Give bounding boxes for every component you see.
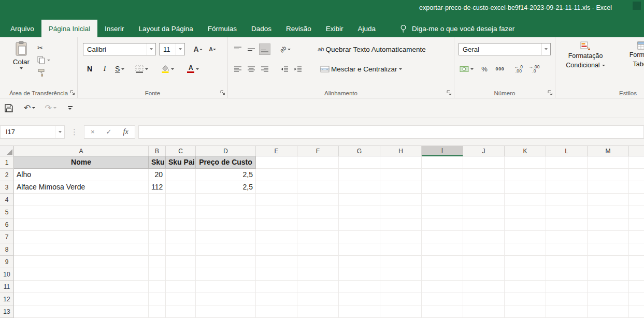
cell-M9[interactable] <box>588 256 629 268</box>
enter-button[interactable]: ✓ <box>106 128 112 136</box>
tell-me-box[interactable]: Diga-me o que você deseja fazer <box>399 20 514 37</box>
cell-M11[interactable] <box>588 281 629 293</box>
cell-E7[interactable] <box>256 231 297 243</box>
formula-input[interactable] <box>138 125 644 139</box>
cell-B13[interactable] <box>149 305 166 318</box>
column-header-J[interactable]: J <box>463 146 505 156</box>
cell-K7[interactable] <box>505 231 546 243</box>
formula-bar-separator-dots[interactable]: ⋮ <box>70 127 78 137</box>
accounting-format-button[interactable] <box>459 63 475 75</box>
cell-E5[interactable] <box>256 206 297 218</box>
cell-L9[interactable] <box>546 256 588 268</box>
cell-M5[interactable] <box>588 206 629 218</box>
insert-function-button[interactable]: fx <box>123 128 128 136</box>
cell-L11[interactable] <box>546 281 588 293</box>
cell-E6[interactable] <box>256 218 297 231</box>
row-header-12[interactable]: 12 <box>0 293 14 305</box>
cell-C1[interactable]: Sku Pai <box>166 156 196 169</box>
cell-H12[interactable] <box>380 293 422 305</box>
column-header-L[interactable]: L <box>546 146 588 156</box>
cell-M3[interactable] <box>588 181 629 194</box>
align-right-button[interactable] <box>259 63 270 75</box>
cell-J2[interactable] <box>463 169 505 181</box>
column-header-E[interactable]: E <box>256 146 297 156</box>
cell-K3[interactable] <box>505 181 546 194</box>
tab-p-gina-inicial[interactable]: Página Inicial <box>41 20 97 37</box>
cell-D8[interactable] <box>196 243 256 256</box>
cell-M1[interactable] <box>588 156 629 169</box>
cell-M10[interactable] <box>588 268 629 281</box>
cell-E3[interactable] <box>256 181 297 194</box>
cell-B5[interactable] <box>149 206 166 218</box>
row-header-9[interactable]: 9 <box>0 256 14 268</box>
cell-A1[interactable]: Nome <box>14 156 149 169</box>
cell-H1[interactable] <box>380 156 422 169</box>
cell-C5[interactable] <box>166 206 196 218</box>
row-header-13[interactable]: 13 <box>0 305 14 318</box>
cell-F10[interactable] <box>297 268 339 281</box>
cell-L4[interactable] <box>546 194 588 206</box>
paste-button[interactable]: Colar <box>6 41 36 69</box>
cell-D10[interactable] <box>196 268 256 281</box>
cell-I8[interactable] <box>422 243 463 256</box>
cell-J7[interactable] <box>463 231 505 243</box>
cell-J13[interactable] <box>463 305 505 318</box>
cell-F6[interactable] <box>297 218 339 231</box>
cell-H13[interactable] <box>380 305 422 318</box>
cell-C11[interactable] <box>166 281 196 293</box>
cell-D3[interactable]: 2,5 <box>196 181 256 194</box>
cell-J3[interactable] <box>463 181 505 194</box>
cell-G9[interactable] <box>339 256 380 268</box>
tab-exibir[interactable]: Exibir <box>319 20 351 37</box>
cell-H2[interactable] <box>380 169 422 181</box>
cell-I4[interactable] <box>422 194 463 206</box>
format-painter-button[interactable] <box>37 67 50 78</box>
increase-indent-button[interactable] <box>292 63 304 75</box>
cell-M12[interactable] <box>588 293 629 305</box>
cell-I7[interactable] <box>422 231 463 243</box>
cell-A12[interactable] <box>14 293 149 305</box>
decrease-font-size-button[interactable]: A <box>207 43 218 55</box>
cell-E1[interactable] <box>256 156 297 169</box>
underline-button[interactable]: S <box>114 63 125 75</box>
cell-J12[interactable] <box>463 293 505 305</box>
cell-F2[interactable] <box>297 169 339 181</box>
column-header-G[interactable]: G <box>339 146 380 156</box>
cell-A8[interactable] <box>14 243 149 256</box>
cell-B9[interactable] <box>149 256 166 268</box>
cell-E2[interactable] <box>256 169 297 181</box>
cell-H8[interactable] <box>380 243 422 256</box>
cell-B1[interactable]: Sku <box>149 156 166 169</box>
cell-M8[interactable] <box>588 243 629 256</box>
cell-F13[interactable] <box>297 305 339 318</box>
cell-F4[interactable] <box>297 194 339 206</box>
cell-L10[interactable] <box>546 268 588 281</box>
column-header-I[interactable]: I <box>422 146 463 156</box>
column-header-M[interactable]: M <box>588 146 629 156</box>
cell-H5[interactable] <box>380 206 422 218</box>
cell-M7[interactable] <box>588 231 629 243</box>
cell-L7[interactable] <box>546 231 588 243</box>
cell-J5[interactable] <box>463 206 505 218</box>
increase-font-size-button[interactable]: A <box>192 43 204 55</box>
cell-B8[interactable] <box>149 243 166 256</box>
cell-A11[interactable] <box>14 281 149 293</box>
cell-H4[interactable] <box>380 194 422 206</box>
select-all-button[interactable] <box>0 146 14 156</box>
cell-L6[interactable] <box>546 218 588 231</box>
cell-J8[interactable] <box>463 243 505 256</box>
customize-qat-button[interactable] <box>68 106 73 110</box>
cell-E4[interactable] <box>256 194 297 206</box>
conditional-formatting-button[interactable]: Formatação Condicional <box>560 41 611 69</box>
cell-M2[interactable] <box>588 169 629 181</box>
row-header-8[interactable]: 8 <box>0 243 14 256</box>
cell-H6[interactable] <box>380 218 422 231</box>
cell-A5[interactable] <box>14 206 149 218</box>
cell-J10[interactable] <box>463 268 505 281</box>
align-center-button[interactable] <box>246 63 257 75</box>
cell-H7[interactable] <box>380 231 422 243</box>
cell-H9[interactable] <box>380 256 422 268</box>
tab-arquivo[interactable]: Arquivo <box>3 20 41 37</box>
cell-G4[interactable] <box>339 194 380 206</box>
cell-D1[interactable]: Preço de Custo <box>196 156 256 169</box>
